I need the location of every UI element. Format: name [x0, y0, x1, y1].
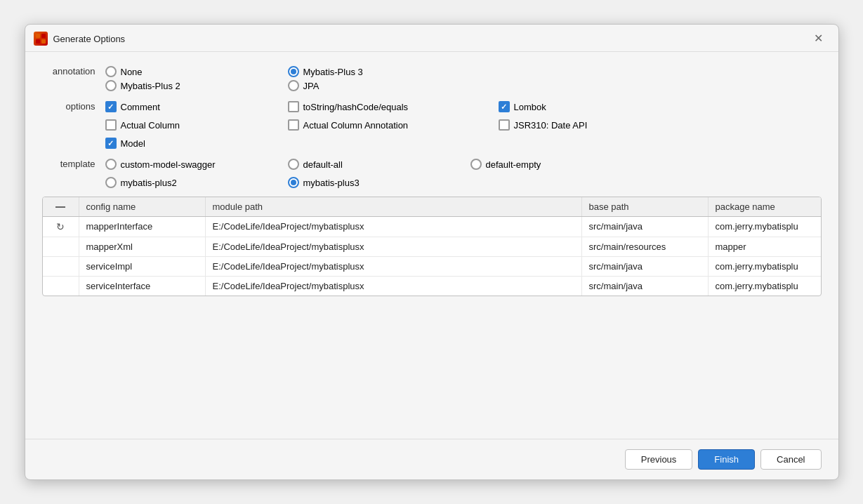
annotation-label: annotation [42, 65, 105, 77]
table-header: config name module path base path packag… [43, 197, 821, 217]
annotation-options: None Mybatis-Plus 3 Mybatis-Plus 2 JPA [105, 65, 822, 93]
svg-rect-2 [36, 39, 40, 44]
radio-annotation-mybatis-plus2[interactable]: Mybatis-Plus 2 [105, 79, 288, 93]
table-row: serviceInterface E:/CodeLife/IdeaProject… [43, 277, 821, 296]
checkbox-comment[interactable]: Comment [105, 100, 288, 114]
td-icon-1 [43, 237, 79, 256]
td-package-name-0: com.jerry.mybatisplu [709, 217, 821, 237]
td-config-name-3: serviceInterface [79, 277, 206, 296]
td-icon-2 [43, 257, 79, 276]
svg-rect-3 [41, 39, 46, 44]
checkbox-lombok[interactable]: Lombok [499, 100, 681, 114]
options-content: Comment toString/hashCode/equals Lombok … [105, 100, 822, 150]
table-body: ↻ mapperInterface E:/CodeLife/IdeaProjec… [43, 217, 821, 296]
checkbox-model[interactable]: Model [105, 136, 288, 150]
checkbox-actual-column-annotation[interactable]: Actual Column Annotation [288, 118, 499, 132]
table-row: ↻ mapperInterface E:/CodeLife/IdeaProjec… [43, 217, 821, 237]
title-bar-left: Generate Options [34, 32, 126, 46]
td-base-path-3: src/main/java [582, 277, 709, 296]
td-base-path-1: src/main/resources [582, 237, 709, 256]
radio-input-template-mybatis-plus2 [105, 177, 117, 188]
radio-template-mybatis-plus2[interactable]: mybatis-plus2 [105, 175, 288, 190]
radio-input-none [105, 66, 117, 77]
radio-input-custom-model-swagger [105, 159, 117, 170]
dialog-content: annotation None Mybatis-Plus 3 Mybatis-P… [25, 52, 838, 439]
annotation-row: annotation None Mybatis-Plus 3 Mybatis-P… [42, 65, 822, 93]
minus-icon [55, 206, 65, 208]
config-table: config name module path base path packag… [42, 197, 822, 296]
checkbox-input-actual-column-annotation [288, 119, 299, 131]
radio-annotation-mybatis-plus3[interactable]: Mybatis-Plus 3 [288, 65, 822, 79]
td-base-path-0: src/main/java [582, 217, 709, 237]
td-package-name-2: com.jerry.mybatisplu [709, 257, 821, 276]
checkbox-input-actual-column [105, 119, 117, 131]
checkbox-input-lombok [499, 101, 510, 112]
refresh-icon[interactable]: ↻ [55, 221, 66, 232]
th-icon [43, 197, 79, 216]
previous-button[interactable]: Previous [625, 449, 693, 470]
radio-input-mybatis-plus3 [288, 66, 299, 77]
checkbox-input-tostring [288, 101, 299, 112]
td-module-path-0: E:/CodeLife/IdeaProject/mybatisplusx [206, 217, 582, 237]
td-base-path-2: src/main/java [582, 257, 709, 276]
td-package-name-3: com.jerry.mybatisplu [709, 277, 821, 296]
td-module-path-1: E:/CodeLife/IdeaProject/mybatisplusx [206, 237, 582, 256]
th-config-name: config name [79, 197, 206, 216]
radio-input-jpa [288, 80, 299, 91]
radio-template-default-all[interactable]: default-all [288, 157, 470, 171]
td-module-path-2: E:/CodeLife/IdeaProject/mybatisplusx [206, 257, 582, 276]
checkbox-input-comment [105, 101, 117, 112]
finish-button[interactable]: Finish [698, 449, 755, 470]
title-bar: Generate Options ✕ [25, 25, 838, 52]
cancel-button[interactable]: Cancel [760, 449, 821, 470]
th-module-path: module path [206, 197, 582, 216]
radio-input-template-mybatis-plus3 [288, 177, 299, 188]
dialog-footer: Previous Finish Cancel [25, 439, 838, 479]
td-module-path-3: E:/CodeLife/IdeaProject/mybatisplusx [206, 277, 582, 296]
app-icon [34, 32, 48, 46]
radio-template-custom-model-swagger[interactable]: custom-model-swagger [105, 157, 288, 171]
td-config-name-1: mapperXml [79, 237, 206, 256]
td-package-name-1: mapper [709, 237, 821, 256]
svg-rect-0 [36, 34, 40, 38]
checkbox-input-jsr310 [499, 119, 510, 131]
radio-template-mybatis-plus3[interactable]: mybatis-plus3 [288, 175, 470, 190]
radio-input-default-empty [470, 159, 482, 170]
radio-template-default-empty[interactable]: default-empty [470, 157, 653, 171]
close-button[interactable]: ✕ [810, 32, 827, 46]
td-config-name-0: mapperInterface [79, 217, 206, 237]
checkbox-jsr310[interactable]: JSR310: Date API [499, 118, 681, 132]
generate-options-dialog: Generate Options ✕ annotation None Mybat… [25, 24, 839, 480]
th-package-name: package name [709, 197, 821, 216]
table-row: mapperXml E:/CodeLife/IdeaProject/mybati… [43, 237, 821, 257]
td-icon-3 [43, 277, 79, 296]
svg-rect-1 [41, 34, 46, 38]
checkbox-tostring[interactable]: toString/hashCode/equals [288, 100, 499, 114]
radio-annotation-none[interactable]: None [105, 65, 288, 79]
options-label: options [42, 100, 105, 112]
template-label: template [42, 157, 105, 169]
radio-input-default-all [288, 159, 299, 170]
checkbox-input-model [105, 138, 117, 149]
radio-annotation-jpa[interactable]: JPA [288, 79, 822, 93]
table-row: serviceImpl E:/CodeLife/IdeaProject/myba… [43, 257, 821, 277]
dialog-title: Generate Options [53, 34, 126, 44]
checkbox-actual-column[interactable]: Actual Column [105, 118, 288, 132]
td-config-name-2: serviceImpl [79, 257, 206, 276]
radio-input-mybatis-plus2 [105, 80, 117, 91]
options-row: options Comment toString/hashCode/equals… [42, 100, 822, 150]
td-icon-0: ↻ [43, 217, 79, 237]
template-row: template custom-model-swagger default-al… [42, 157, 822, 190]
th-base-path: base path [582, 197, 709, 216]
template-content: custom-model-swagger default-all default… [105, 157, 822, 190]
